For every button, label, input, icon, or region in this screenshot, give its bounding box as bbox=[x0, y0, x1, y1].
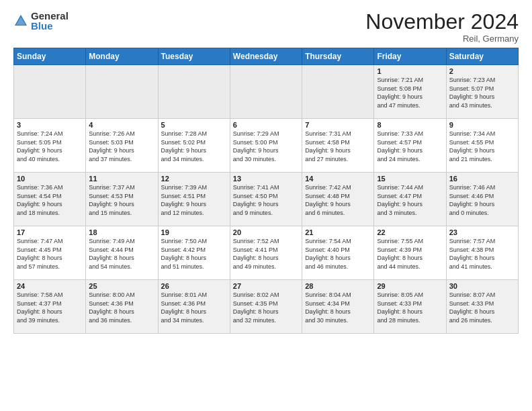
weekday-header-friday: Friday bbox=[374, 48, 446, 65]
logo-general: General bbox=[31, 11, 69, 21]
title-block: November 2024 Reil, Germany bbox=[365, 11, 519, 44]
calendar-week-1: 1Sunrise: 7:21 AM Sunset: 5:08 PM Daylig… bbox=[14, 65, 519, 119]
day-info: Sunrise: 7:46 AM Sunset: 4:46 PM Dayligh… bbox=[449, 184, 496, 216]
calendar-cell: 15Sunrise: 7:44 AM Sunset: 4:47 PM Dayli… bbox=[374, 173, 446, 226]
calendar-cell: 28Sunrise: 8:04 AM Sunset: 4:34 PM Dayli… bbox=[302, 280, 374, 334]
day-info: Sunrise: 7:29 AM Sunset: 5:00 PM Dayligh… bbox=[233, 130, 279, 163]
day-number: 10 bbox=[17, 175, 83, 183]
day-number: 16 bbox=[449, 175, 515, 183]
calendar-cell: 16Sunrise: 7:46 AM Sunset: 4:46 PM Dayli… bbox=[446, 173, 518, 226]
calendar-cell: 10Sunrise: 7:36 AM Sunset: 4:54 PM Dayli… bbox=[14, 173, 86, 226]
calendar-cell: 21Sunrise: 7:54 AM Sunset: 4:40 PM Dayli… bbox=[302, 226, 374, 280]
day-number: 25 bbox=[89, 282, 154, 290]
calendar-week-2: 3Sunrise: 7:24 AM Sunset: 5:05 PM Daylig… bbox=[14, 119, 519, 173]
day-info: Sunrise: 7:44 AM Sunset: 4:47 PM Dayligh… bbox=[377, 184, 423, 216]
day-number: 9 bbox=[449, 121, 515, 129]
day-number: 24 bbox=[17, 282, 83, 290]
day-info: Sunrise: 7:58 AM Sunset: 4:37 PM Dayligh… bbox=[17, 291, 63, 324]
day-number: 12 bbox=[161, 175, 227, 183]
calendar-week-3: 10Sunrise: 7:36 AM Sunset: 4:54 PM Dayli… bbox=[14, 173, 519, 226]
day-number: 7 bbox=[305, 121, 371, 129]
day-info: Sunrise: 7:34 AM Sunset: 4:55 PM Dayligh… bbox=[449, 130, 496, 163]
day-info: Sunrise: 8:01 AM Sunset: 4:36 PM Dayligh… bbox=[161, 291, 208, 324]
calendar-cell: 7Sunrise: 7:31 AM Sunset: 4:58 PM Daylig… bbox=[302, 119, 374, 173]
calendar-cell: 2Sunrise: 7:23 AM Sunset: 5:07 PM Daylig… bbox=[446, 65, 518, 119]
day-info: Sunrise: 8:05 AM Sunset: 4:33 PM Dayligh… bbox=[377, 291, 423, 324]
day-number: 11 bbox=[89, 175, 154, 183]
day-info: Sunrise: 7:47 AM Sunset: 4:45 PM Dayligh… bbox=[17, 238, 63, 270]
calendar-cell: 19Sunrise: 7:50 AM Sunset: 4:42 PM Dayli… bbox=[158, 226, 230, 280]
weekday-header-row: SundayMondayTuesdayWednesdayThursdayFrid… bbox=[14, 48, 519, 65]
day-number: 3 bbox=[17, 121, 83, 129]
calendar-cell: 6Sunrise: 7:29 AM Sunset: 5:00 PM Daylig… bbox=[230, 119, 302, 173]
calendar-table: SundayMondayTuesdayWednesdayThursdayFrid… bbox=[13, 48, 519, 334]
day-info: Sunrise: 7:52 AM Sunset: 4:41 PM Dayligh… bbox=[233, 238, 279, 270]
day-number: 2 bbox=[449, 67, 515, 75]
day-info: Sunrise: 7:26 AM Sunset: 5:03 PM Dayligh… bbox=[89, 130, 135, 163]
page: General Blue November 2024 Reil, Germany… bbox=[0, 0, 532, 411]
day-info: Sunrise: 7:23 AM Sunset: 5:07 PM Dayligh… bbox=[449, 77, 496, 109]
day-number: 13 bbox=[233, 175, 299, 183]
day-number: 21 bbox=[305, 228, 371, 236]
day-info: Sunrise: 8:00 AM Sunset: 4:36 PM Dayligh… bbox=[89, 291, 135, 324]
calendar-cell: 27Sunrise: 8:02 AM Sunset: 4:35 PM Dayli… bbox=[230, 280, 302, 334]
header: General Blue November 2024 Reil, Germany bbox=[13, 11, 519, 44]
day-number: 27 bbox=[233, 282, 299, 290]
day-info: Sunrise: 7:41 AM Sunset: 4:50 PM Dayligh… bbox=[233, 184, 279, 216]
calendar-cell bbox=[230, 65, 302, 119]
day-number: 26 bbox=[161, 282, 227, 290]
calendar-cell bbox=[302, 65, 374, 119]
calendar-cell: 3Sunrise: 7:24 AM Sunset: 5:05 PM Daylig… bbox=[14, 119, 86, 173]
calendar-cell: 23Sunrise: 7:57 AM Sunset: 4:38 PM Dayli… bbox=[446, 226, 518, 280]
calendar-cell: 18Sunrise: 7:49 AM Sunset: 4:44 PM Dayli… bbox=[86, 226, 158, 280]
day-info: Sunrise: 7:36 AM Sunset: 4:54 PM Dayligh… bbox=[17, 184, 63, 216]
calendar-header: SundayMondayTuesdayWednesdayThursdayFrid… bbox=[14, 48, 519, 65]
calendar-cell: 4Sunrise: 7:26 AM Sunset: 5:03 PM Daylig… bbox=[86, 119, 158, 173]
day-info: Sunrise: 8:02 AM Sunset: 4:35 PM Dayligh… bbox=[233, 291, 279, 324]
day-info: Sunrise: 7:54 AM Sunset: 4:40 PM Dayligh… bbox=[305, 238, 351, 270]
location: Reil, Germany bbox=[365, 34, 519, 44]
day-number: 1 bbox=[377, 67, 443, 75]
calendar-cell bbox=[14, 65, 86, 119]
logo: General Blue bbox=[13, 11, 69, 31]
day-info: Sunrise: 7:39 AM Sunset: 4:51 PM Dayligh… bbox=[161, 184, 208, 216]
day-info: Sunrise: 7:31 AM Sunset: 4:58 PM Dayligh… bbox=[305, 130, 351, 163]
day-info: Sunrise: 7:42 AM Sunset: 4:48 PM Dayligh… bbox=[305, 184, 351, 216]
calendar-cell: 30Sunrise: 8:07 AM Sunset: 4:33 PM Dayli… bbox=[446, 280, 518, 334]
calendar-cell: 17Sunrise: 7:47 AM Sunset: 4:45 PM Dayli… bbox=[14, 226, 86, 280]
day-info: Sunrise: 7:24 AM Sunset: 5:05 PM Dayligh… bbox=[17, 130, 63, 163]
day-info: Sunrise: 7:37 AM Sunset: 4:53 PM Dayligh… bbox=[89, 184, 135, 216]
calendar-cell: 20Sunrise: 7:52 AM Sunset: 4:41 PM Dayli… bbox=[230, 226, 302, 280]
calendar-week-5: 24Sunrise: 7:58 AM Sunset: 4:37 PM Dayli… bbox=[14, 280, 519, 334]
day-info: Sunrise: 7:33 AM Sunset: 4:57 PM Dayligh… bbox=[377, 130, 423, 163]
weekday-header-sunday: Sunday bbox=[14, 48, 86, 65]
calendar-cell: 12Sunrise: 7:39 AM Sunset: 4:51 PM Dayli… bbox=[158, 173, 230, 226]
day-number: 6 bbox=[233, 121, 299, 129]
day-info: Sunrise: 8:07 AM Sunset: 4:33 PM Dayligh… bbox=[449, 291, 496, 324]
weekday-header-wednesday: Wednesday bbox=[230, 48, 302, 65]
logo-blue: Blue bbox=[31, 21, 69, 31]
day-info: Sunrise: 7:49 AM Sunset: 4:44 PM Dayligh… bbox=[89, 238, 135, 270]
day-number: 17 bbox=[17, 228, 83, 236]
weekday-header-tuesday: Tuesday bbox=[158, 48, 230, 65]
day-info: Sunrise: 7:55 AM Sunset: 4:39 PM Dayligh… bbox=[377, 238, 423, 270]
calendar-cell: 26Sunrise: 8:01 AM Sunset: 4:36 PM Dayli… bbox=[158, 280, 230, 334]
calendar-cell bbox=[158, 65, 230, 119]
calendar-cell: 9Sunrise: 7:34 AM Sunset: 4:55 PM Daylig… bbox=[446, 119, 518, 173]
day-number: 15 bbox=[377, 175, 443, 183]
calendar-cell: 25Sunrise: 8:00 AM Sunset: 4:36 PM Dayli… bbox=[86, 280, 158, 334]
calendar-cell: 24Sunrise: 7:58 AM Sunset: 4:37 PM Dayli… bbox=[14, 280, 86, 334]
calendar-cell: 5Sunrise: 7:28 AM Sunset: 5:02 PM Daylig… bbox=[158, 119, 230, 173]
weekday-header-monday: Monday bbox=[86, 48, 158, 65]
day-number: 18 bbox=[89, 228, 154, 236]
day-info: Sunrise: 8:04 AM Sunset: 4:34 PM Dayligh… bbox=[305, 291, 351, 324]
calendar-cell: 14Sunrise: 7:42 AM Sunset: 4:48 PM Dayli… bbox=[302, 173, 374, 226]
calendar-cell bbox=[86, 65, 158, 119]
logo-text: General Blue bbox=[31, 11, 69, 31]
calendar-cell: 8Sunrise: 7:33 AM Sunset: 4:57 PM Daylig… bbox=[374, 119, 446, 173]
day-number: 4 bbox=[89, 121, 154, 129]
day-number: 23 bbox=[449, 228, 515, 236]
day-number: 20 bbox=[233, 228, 299, 236]
day-number: 29 bbox=[377, 282, 443, 290]
day-number: 5 bbox=[161, 121, 227, 129]
